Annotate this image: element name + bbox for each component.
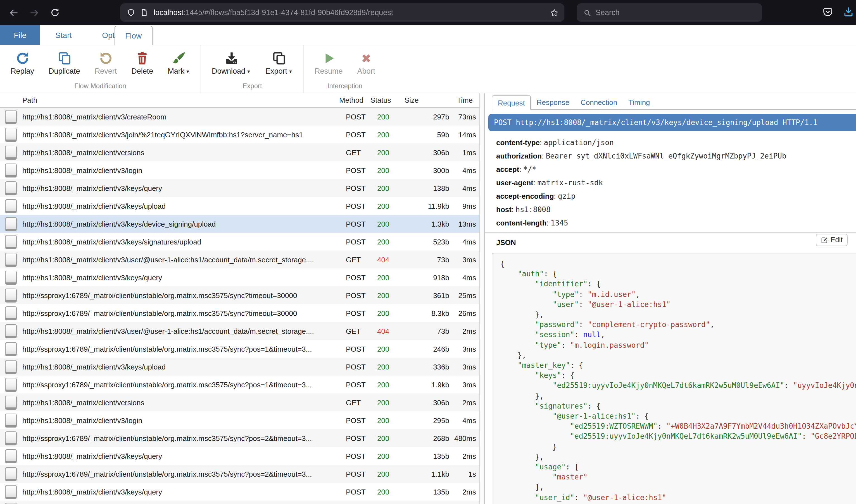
- caret-down-icon: ▼: [288, 69, 293, 74]
- request-header-line[interactable]: authorization: Bearer syt_dXNlci0xLWFsaW…: [496, 152, 856, 160]
- toolbar-button-label: Delete: [131, 67, 153, 75]
- document-icon: [5, 503, 17, 504]
- edit-button[interactable]: Edit: [816, 234, 848, 246]
- flow-path: http://ssproxy1:6789/_matrix/client/unst…: [21, 291, 346, 300]
- flow-row[interactable]: http://hs1:8008/_matrix/client/v3/keys/u…: [0, 197, 479, 215]
- request-header-line[interactable]: user-agent: matrix-rust-sdk: [496, 179, 856, 187]
- flow-method: POST: [346, 273, 377, 282]
- toolbar-button-replay[interactable]: Replay: [3, 50, 41, 75]
- toolbar-button-delete[interactable]: Delete: [124, 50, 160, 75]
- flow-row[interactable]: http://hs1:8008/_matrix/client/v3/keys/q…: [0, 179, 479, 197]
- column-header-status[interactable]: Status: [371, 96, 401, 104]
- flow-row[interactable]: http://hs1:8008/_matrix/client/v3/keys/d…: [0, 215, 479, 233]
- request-header-line[interactable]: content-type: application/json: [496, 139, 856, 147]
- flow-row[interactable]: http://hs1:8008/_matrix/client/v3/keys/u…: [0, 358, 479, 376]
- column-header-size[interactable]: Size: [401, 96, 446, 104]
- request-header-line[interactable]: content-length: 1345: [496, 219, 856, 227]
- flow-row[interactable]: http://ssproxy1:6789/_matrix/client/unst…: [0, 376, 479, 394]
- header-value: hs1:8008: [515, 205, 550, 214]
- browser-forward-button[interactable]: [27, 5, 42, 20]
- flow-path: http://ssproxy1:6789/_matrix/client/unst…: [21, 309, 346, 317]
- column-header-method[interactable]: Method: [339, 96, 371, 104]
- header-value: application/json: [544, 139, 614, 147]
- flow-time: 4ms: [449, 166, 479, 175]
- bookmark-star-icon[interactable]: [550, 8, 559, 17]
- flow-size: 306b: [408, 398, 449, 407]
- url-bar[interactable]: localhost:1445/#/flows/fba5f13d-91e1-437…: [120, 3, 564, 22]
- browser-search-field[interactable]: Search: [577, 3, 762, 22]
- request-header-line[interactable]: host: hs1:8008: [496, 205, 856, 214]
- flow-row[interactable]: http://hs1:8008/_matrix/client/versionsG…: [0, 143, 479, 161]
- flow-size: 1.1kb: [408, 470, 449, 478]
- header-value: gzip: [558, 192, 576, 200]
- pocket-icon[interactable]: [822, 7, 833, 17]
- flow-method: POST: [346, 112, 377, 121]
- shield-icon[interactable]: [127, 8, 135, 17]
- flow-row[interactable]: http://hs1:8008/_matrix/client/v3/loginP…: [0, 161, 479, 179]
- flow-row-partial[interactable]: [0, 501, 479, 504]
- delete-icon: [136, 50, 149, 66]
- flow-row[interactable]: http://hs1:8008/_matrix/client/v3/create…: [0, 108, 479, 126]
- flow-row[interactable]: http://ssproxy1:6789/_matrix/client/unst…: [0, 465, 479, 483]
- flow-path: http://hs1:8008/_matrix/client/v3/keys/d…: [21, 220, 346, 228]
- tab-connection[interactable]: Connection: [575, 95, 623, 110]
- request-header-line[interactable]: accept-encoding: gzip: [496, 192, 856, 200]
- flow-size: 246b: [408, 345, 449, 353]
- tab-timing[interactable]: Timing: [623, 95, 656, 110]
- flow-row[interactable]: http://hs1:8008/_matrix/client/v3/loginP…: [0, 411, 479, 429]
- menu-file-button[interactable]: File: [0, 25, 40, 44]
- flow-list-scrollbar[interactable]: [479, 93, 485, 504]
- toolbar-button-duplicate[interactable]: Duplicate: [41, 50, 87, 75]
- downloads-icon[interactable]: [843, 7, 854, 17]
- document-icon: [5, 181, 17, 195]
- flow-type-cell: [0, 253, 21, 267]
- toolbar-button-download[interactable]: Download▼: [205, 50, 258, 75]
- header-value: matrix-rust-sdk: [537, 179, 603, 187]
- request-first-line[interactable]: POST http://hs1:8008/_matrix/client/v3/k…: [489, 114, 856, 131]
- column-header-path[interactable]: Path: [21, 96, 339, 104]
- mitmweb-menu-bar: File Start Options Flow: [0, 25, 856, 45]
- flow-row[interactable]: http://hs1:8008/_matrix/client/v3/join/%…: [0, 126, 479, 143]
- json-line: "signatures": {: [500, 401, 856, 411]
- tab-response[interactable]: Response: [531, 95, 575, 110]
- flow-status: 200: [377, 166, 408, 175]
- flow-row[interactable]: http://hs1:8008/_matrix/client/v3/user/@…: [0, 251, 479, 268]
- column-header-time[interactable]: Time: [446, 96, 479, 104]
- toolbar-button-mark[interactable]: Mark▼: [160, 50, 197, 75]
- flow-row[interactable]: http://hs1:8008/_matrix/client/v3/keys/s…: [0, 233, 479, 251]
- flow-path: http://hs1:8008/_matrix/client/v3/keys/q…: [21, 184, 346, 192]
- flow-size: 918b: [408, 273, 449, 282]
- browser-back-button[interactable]: [5, 5, 21, 20]
- flow-toolbar: ReplayDuplicateRevertDeleteMark▼Flow Mod…: [0, 45, 856, 93]
- document-icon: [5, 360, 17, 374]
- flow-time: 2ms: [449, 452, 479, 460]
- document-icon: [5, 467, 17, 481]
- menu-start[interactable]: Start: [40, 31, 87, 39]
- flow-row[interactable]: http://hs1:8008/_matrix/client/versionsG…: [0, 394, 479, 411]
- flow-row[interactable]: http://hs1:8008/_matrix/client/v3/keys/q…: [0, 447, 479, 465]
- menu-tab-flow[interactable]: Flow: [115, 26, 152, 45]
- flow-type-cell: [0, 306, 21, 320]
- flow-type-cell: [0, 110, 21, 124]
- flow-row[interactable]: http://ssproxy1:6789/_matrix/client/unst…: [0, 286, 479, 304]
- flow-time: 3ms: [449, 362, 479, 371]
- toolbar-button-export[interactable]: Export▼: [258, 50, 300, 75]
- flow-row[interactable]: http://hs1:8008/_matrix/client/v3/user/@…: [0, 322, 479, 340]
- flow-status: 200: [377, 291, 408, 300]
- json-line: "auth": {: [500, 269, 856, 279]
- tab-request[interactable]: Request: [492, 95, 531, 110]
- flow-row[interactable]: http://hs1:8008/_matrix/client/v3/keys/q…: [0, 268, 479, 286]
- flow-method: POST: [346, 202, 377, 210]
- flow-row[interactable]: http://ssproxy1:6789/_matrix/client/unst…: [0, 429, 479, 447]
- json-line: "master": [500, 472, 856, 483]
- browser-reload-button[interactable]: [47, 5, 63, 20]
- request-header-line[interactable]: accept: */*: [496, 165, 856, 174]
- flow-size: 268b: [408, 434, 449, 442]
- flow-row[interactable]: http://ssproxy1:6789/_matrix/client/unst…: [0, 304, 479, 322]
- flow-size: 1.9kb: [408, 380, 449, 389]
- flow-row[interactable]: http://hs1:8008/_matrix/client/v3/keys/q…: [0, 483, 479, 501]
- flow-path: http://hs1:8008/_matrix/client/v3/user/@…: [21, 327, 346, 335]
- page-icon[interactable]: [140, 8, 148, 17]
- flow-row[interactable]: http://ssproxy1:6789/_matrix/client/unst…: [0, 340, 479, 358]
- flow-status: 200: [377, 220, 408, 228]
